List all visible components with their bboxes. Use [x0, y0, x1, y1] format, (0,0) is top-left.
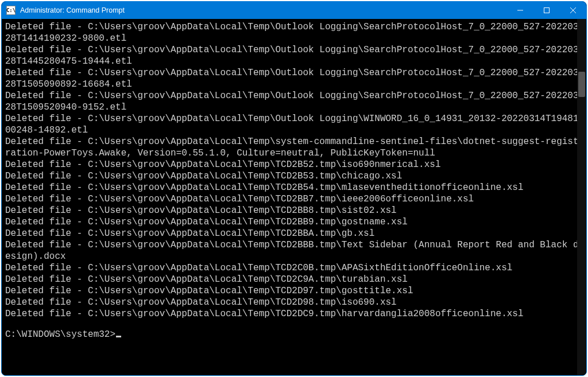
output-line: Deleted file - C:\Users\groov\AppData\Lo…	[5, 205, 583, 216]
output-line: Deleted file - C:\Users\groov\AppData\Lo…	[5, 182, 583, 193]
output-line: Deleted file - C:\Users\groov\AppData\Lo…	[5, 113, 583, 136]
output-line: Deleted file - C:\Users\groov\AppData\Lo…	[5, 44, 583, 67]
window-title: Administrator: Command Prompt	[20, 6, 125, 14]
output-line: Deleted file - C:\Users\groov\AppData\Lo…	[5, 136, 583, 159]
prompt-line[interactable]: C:\WINDOWS\system32>	[5, 329, 583, 340]
output-line: Deleted file - C:\Users\groov\AppData\Lo…	[5, 67, 583, 90]
output-line: Deleted file - C:\Users\groov\AppData\Lo…	[5, 170, 583, 182]
output-line: Deleted file - C:\Users\groov\AppData\Lo…	[5, 193, 583, 205]
titlebar[interactable]: C:\ Administrator: Command Prompt	[2, 2, 586, 19]
terminal-area: Deleted file - C:\Users\groov\AppData\Lo…	[2, 19, 586, 375]
window-controls	[507, 2, 586, 19]
maximize-button[interactable]	[533, 2, 560, 19]
scrollbar-track[interactable]	[577, 19, 586, 375]
output-line: Deleted file - C:\Users\groov\AppData\Lo…	[5, 308, 583, 320]
output-line: Deleted file - C:\Users\groov\AppData\Lo…	[5, 285, 583, 297]
cursor	[116, 336, 121, 337]
svg-rect-1	[544, 8, 550, 13]
prompt-text: C:\WINDOWS\system32>	[5, 329, 115, 340]
minimize-button[interactable]	[507, 2, 533, 19]
close-button[interactable]	[560, 2, 586, 19]
output-line: Deleted file - C:\Users\groov\AppData\Lo…	[5, 297, 583, 308]
output-line: Deleted file - C:\Users\groov\AppData\Lo…	[5, 216, 583, 228]
command-prompt-window: C:\ Administrator: Command Prompt Delete…	[1, 1, 587, 376]
minimize-icon	[517, 7, 523, 13]
close-icon	[570, 7, 576, 13]
app-icon: C:\	[6, 6, 16, 15]
output-line: Deleted file - C:\Users\groov\AppData\Lo…	[5, 159, 583, 170]
output-line: Deleted file - C:\Users\groov\AppData\Lo…	[5, 228, 583, 239]
output-line: Deleted file - C:\Users\groov\AppData\Lo…	[5, 239, 583, 262]
output-line: Deleted file - C:\Users\groov\AppData\Lo…	[5, 21, 583, 44]
output-line: Deleted file - C:\Users\groov\AppData\Lo…	[5, 90, 583, 113]
terminal-output[interactable]: Deleted file - C:\Users\groov\AppData\Lo…	[2, 19, 586, 375]
maximize-icon	[544, 7, 550, 13]
output-line: Deleted file - C:\Users\groov\AppData\Lo…	[5, 274, 583, 285]
scrollbar-thumb[interactable]	[578, 72, 585, 97]
output-line: Deleted file - C:\Users\groov\AppData\Lo…	[5, 262, 583, 274]
